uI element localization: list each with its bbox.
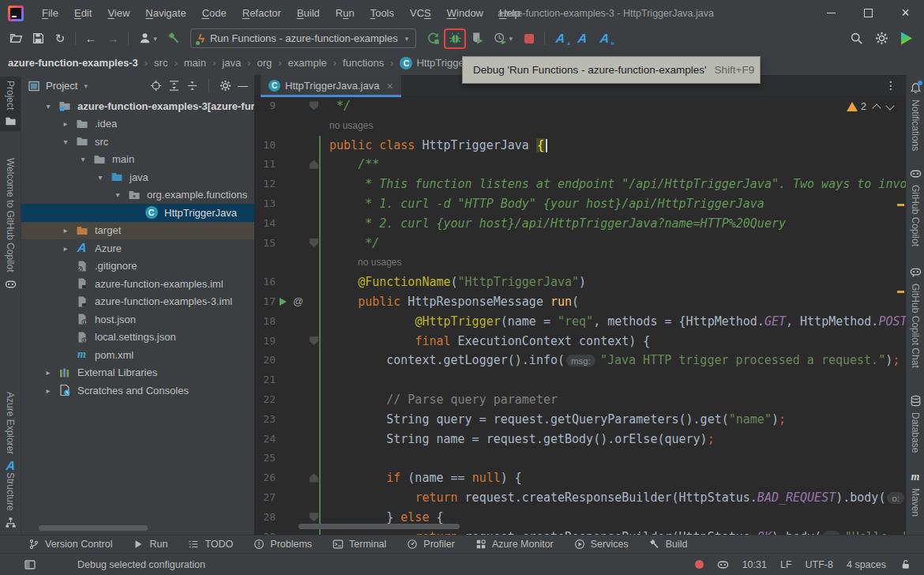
azure-publish-button[interactable]: A▴ — [549, 28, 571, 49]
menu-code[interactable]: Code — [195, 4, 234, 22]
code-line-24[interactable]: 24 String name = request.getBody().orEls… — [255, 430, 906, 449]
menu-build[interactable]: Build — [290, 4, 327, 22]
tree-row--idea[interactable]: ▸.idea — [21, 115, 254, 133]
toolwindow-button-problems[interactable]: Problems — [254, 539, 312, 550]
shieldplay-button[interactable] — [466, 28, 488, 49]
tree-row-java[interactable]: ▾java — [21, 168, 254, 186]
clockplay-button[interactable]: ▾ — [488, 28, 518, 49]
tab-options-icon[interactable]: ⋮ — [885, 79, 896, 92]
breadcrumb-item-functions[interactable]: functions — [343, 57, 384, 69]
copilot-status-icon[interactable] — [717, 558, 729, 570]
code-line-10[interactable]: 10public class HttpTriggerJava { — [255, 136, 906, 156]
line-ending-indicator[interactable]: LF — [780, 559, 792, 570]
code-line-25[interactable]: 25 — [255, 449, 906, 468]
fold-marker-icon[interactable] — [310, 474, 318, 483]
menu-vcs[interactable]: VCS — [403, 4, 438, 22]
code-line-11[interactable]: 11 /** — [255, 155, 906, 175]
breadcrumb-item-azure-function-examples-3[interactable]: azure-function-examples-3 — [8, 57, 138, 69]
code-line-20[interactable]: 20 context.getLogger().info(msg:"Java HT… — [255, 351, 906, 370]
inlay-hint-row[interactable]: no usages — [255, 116, 906, 136]
code-line-19[interactable]: 19 final ExecutionContext context) { — [255, 332, 906, 351]
indent-indicator[interactable]: 4 spaces — [847, 559, 886, 570]
fold-marker-icon[interactable] — [310, 160, 318, 169]
code-line-26[interactable]: 26 if (name == null) { — [255, 468, 906, 488]
toolwindow-button-terminal[interactable]: Terminal — [332, 539, 386, 550]
stop-button[interactable] — [518, 28, 540, 49]
editor-code[interactable]: 9 */no usages10public class HttpTriggerJ… — [255, 96, 906, 535]
breadcrumb-item-main[interactable]: main — [184, 57, 206, 69]
code-line-9[interactable]: 9 */ — [255, 96, 906, 116]
tab-close-icon[interactable]: × — [386, 81, 393, 92]
project-panel-title[interactable]: Project — [46, 80, 77, 92]
save-button[interactable] — [27, 28, 49, 49]
code-line-16[interactable]: 16 @FunctionName("HttpTriggerJava") — [255, 272, 906, 292]
fold-marker-icon[interactable] — [310, 336, 318, 345]
menu-file[interactable]: File — [35, 4, 66, 22]
code-line-27[interactable]: 27 return request.createResponseBuilder(… — [255, 488, 906, 508]
chevron-collapsed-icon[interactable]: ▸ — [58, 244, 73, 253]
chevron-collapsed-icon[interactable]: ▸ — [58, 119, 73, 128]
menu-navigate[interactable]: Navigate — [138, 4, 193, 22]
stripe-button-welcome-to-github-copilot[interactable]: Welcome to GitHub Copilot — [0, 154, 21, 294]
code-line-15[interactable]: 15 */ — [255, 234, 906, 254]
chevron-expanded-icon[interactable]: ▾ — [110, 190, 126, 199]
error-stripe-warning-mark[interactable] — [897, 291, 904, 293]
toolwindow-button-run[interactable]: Run — [133, 539, 167, 550]
back-button[interactable]: ← — [80, 28, 102, 49]
toolwindow-button-azure-monitor[interactable]: Azure Monitor — [475, 539, 554, 550]
chevron-collapsed-icon[interactable]: ▸ — [58, 226, 73, 235]
menu-refactor[interactable]: Refactor — [235, 4, 288, 22]
code-line-23[interactable]: 23 String query = request.getQueryParame… — [255, 410, 906, 430]
toolwindow-button-build[interactable]: Build — [649, 539, 688, 550]
tree-row-pom-xml[interactable]: mpom.xml — [21, 346, 254, 364]
toolwindow-button-services[interactable]: Services — [574, 539, 629, 550]
breadcrumb-item-org[interactable]: org — [257, 57, 272, 69]
tree-row-main[interactable]: ▾main — [21, 151, 254, 169]
minimize-button[interactable] — [813, 0, 850, 26]
chevron-collapsed-icon[interactable]: ▸ — [40, 368, 56, 377]
stripe-button-project[interactable]: Project — [0, 77, 21, 131]
tree-row-local-settings-json[interactable]: local.settings.json — [21, 329, 254, 347]
tree-row-host-json[interactable]: host.json — [21, 310, 254, 329]
toolwindow-button-profiler[interactable]: Profiler — [407, 539, 455, 550]
lock-icon[interactable] — [900, 558, 911, 570]
locate-button[interactable] — [150, 80, 162, 92]
run-method-gutter-icon[interactable] — [280, 298, 287, 306]
code-line-18[interactable]: 18 @HttpTrigger(name = "req", methods = … — [255, 312, 906, 332]
fold-marker-icon[interactable] — [310, 101, 318, 110]
tree-row-org-example-functions[interactable]: ▾org.example.functions — [21, 186, 254, 205]
menu-tools[interactable]: Tools — [363, 4, 401, 22]
chevron-expanded-icon[interactable]: ▾ — [75, 155, 91, 163]
previous-issue-icon[interactable] — [872, 103, 881, 112]
stripe-button-database[interactable]: Database — [907, 391, 924, 457]
inlay-hint-row[interactable]: no usages — [255, 253, 906, 272]
error-stripe-warning-mark[interactable] — [897, 204, 904, 206]
menu-window[interactable]: Window — [440, 4, 490, 22]
breadcrumb-item-src[interactable]: src — [154, 57, 167, 69]
forward-button[interactable]: → — [102, 28, 124, 49]
code-line-22[interactable]: 22 // Parse query parameter — [255, 390, 906, 410]
code-line-21[interactable]: 21 — [255, 370, 906, 390]
chevron-collapsed-icon[interactable]: ▸ — [40, 386, 56, 395]
stripe-button-github-copilot-chat[interactable]: GitHub Copilot Chat — [907, 262, 924, 372]
menu-run[interactable]: Run — [329, 4, 362, 22]
tree-row-src[interactable]: ▾src — [21, 133, 254, 151]
menu-view[interactable]: View — [100, 4, 137, 22]
maximize-button[interactable] — [850, 0, 887, 26]
fold-marker-icon[interactable] — [310, 513, 318, 521]
collapse-all-button[interactable] — [186, 80, 198, 92]
tree-row--gitignore[interactable]: .gitignore — [21, 257, 254, 276]
hide-button[interactable]: — — [238, 80, 248, 92]
search-button[interactable] — [845, 28, 867, 49]
inlay-usages-hint[interactable]: no usages — [329, 116, 373, 136]
code-line-13[interactable]: 13 * 1. curl -d "HTTP Body" {your host}/… — [255, 194, 906, 214]
stripe-button-azure-explorer[interactable]: Azure ExplorerA — [0, 388, 21, 475]
rerun-button[interactable] — [422, 28, 444, 49]
stripe-button-maven[interactable]: mMaven — [907, 467, 924, 521]
code-line-12[interactable]: 12 * This function listens at endpoint "… — [255, 175, 906, 194]
close-button[interactable]: × — [887, 0, 924, 26]
expand-all-button[interactable] — [168, 80, 180, 92]
layout-icon[interactable] — [24, 558, 36, 571]
inlay-usages-hint[interactable]: no usages — [358, 253, 401, 272]
editor-horizontal-scrollbar[interactable] — [299, 524, 460, 529]
